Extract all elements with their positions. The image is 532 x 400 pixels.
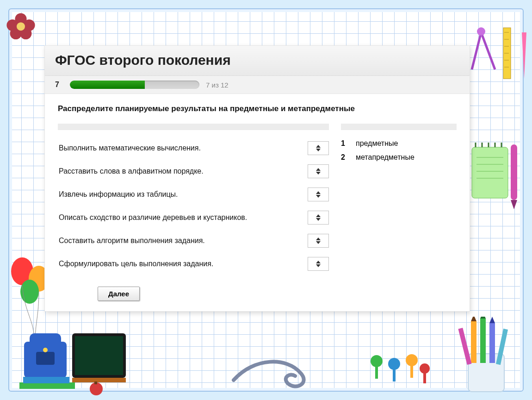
item-text: Выполнить математические вычисления. [59,144,201,152]
item-row: Расставить слова в алфавитном порядке. [58,160,329,183]
item-row: Составить алгоритм выполнения задания. [58,229,329,252]
item-row: Извлечь информацию из таблицы. [58,183,329,206]
current-question-number: 7 [55,81,63,89]
categories-column: 1 предметные 2 метапредметные [341,124,457,164]
answer-area: Выполнить математические вычисления. Рас… [58,124,457,275]
category-row: 1 предметные [341,137,457,150]
item-row: Описать сходство и различие деревьев и к… [58,206,329,229]
item-category-selector[interactable] [308,141,329,155]
progress-bar-row: 7 7 из 12 [45,76,470,94]
categories-header-bar [341,124,457,130]
progress-fill [70,81,145,89]
item-text: Расставить слова в алфавитном порядке. [59,167,204,175]
item-text: Извлечь информацию из таблицы. [59,190,178,199]
category-number: 2 [341,153,347,162]
item-category-selector[interactable] [308,164,329,178]
items-column: Выполнить математические вычисления. Рас… [58,124,329,275]
category-label: метапредметные [356,153,414,162]
item-category-selector[interactable] [308,188,329,201]
item-row: Сформулировать цель выполнения задания. [58,252,329,275]
next-button[interactable]: Далее [98,287,140,301]
next-button-row: Далее [58,287,457,301]
quiz-title: ФГОС второго поколения [55,52,459,68]
quiz-card: ФГОС второго поколения 7 7 из 12 Распред… [44,45,470,312]
item-category-selector[interactable] [308,211,329,225]
category-label: предметные [356,139,398,148]
quiz-header: ФГОС второго поколения [45,46,470,76]
items-header-bar [58,124,329,130]
category-row: 2 метапредметные [341,150,457,164]
quiz-body: Распределите планируемые результаты на п… [45,94,470,311]
progress-track [70,81,199,89]
question-prompt: Распределите планируемые результаты на п… [58,104,457,113]
progress-label: 7 из 12 [206,81,229,89]
item-text: Сформулировать цель выполнения задания. [59,260,213,268]
item-text: Описать сходство и различие деревьев и к… [59,213,247,222]
category-number: 1 [341,139,347,148]
item-category-selector[interactable] [308,257,329,271]
item-category-selector[interactable] [308,234,329,248]
item-row: Выполнить математические вычисления. [58,137,329,160]
item-text: Составить алгоритм выполнения задания. [59,237,205,245]
